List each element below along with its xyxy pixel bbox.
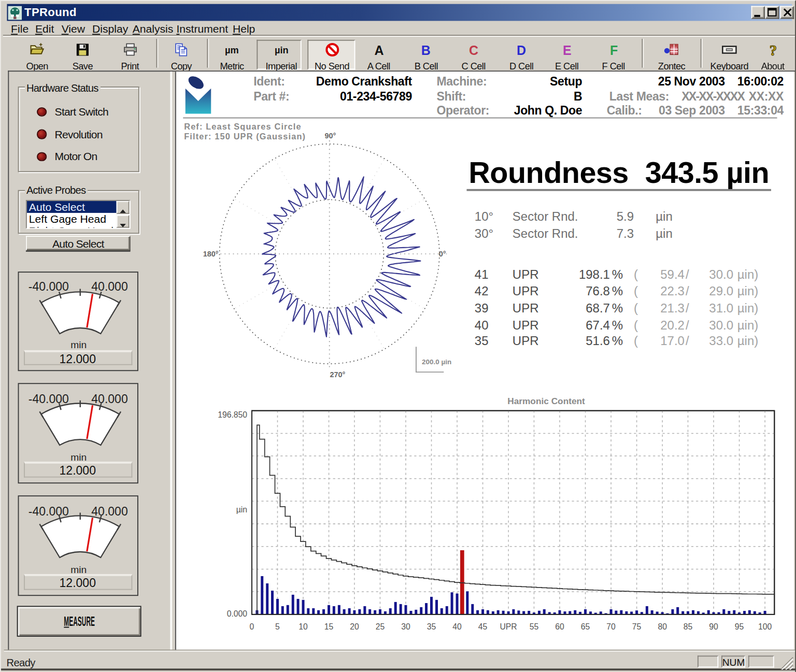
svg-text:85: 85	[684, 622, 693, 631]
svg-text:5: 5	[275, 622, 280, 631]
svg-text:196.850: 196.850	[218, 410, 247, 419]
svg-text:270°: 270°	[330, 370, 345, 379]
svg-text:?: ?	[769, 41, 776, 58]
svg-text:E: E	[562, 42, 571, 57]
svg-text:80: 80	[658, 622, 667, 631]
svg-text:180°: 180°	[203, 250, 219, 258]
svg-text:35: 35	[427, 622, 436, 631]
svg-text:75: 75	[632, 622, 642, 631]
svg-text:20: 20	[350, 622, 359, 631]
svg-text:µin: µin	[236, 505, 247, 514]
svg-text:µin: µin	[274, 44, 288, 55]
svg-text:40: 40	[452, 622, 462, 631]
svg-text:65: 65	[581, 622, 590, 631]
svg-text:D: D	[517, 42, 526, 57]
svg-text:A: A	[374, 42, 383, 57]
svg-text:0: 0	[250, 622, 254, 631]
svg-text:90: 90	[709, 622, 718, 631]
svg-text:µm: µm	[225, 44, 239, 55]
svg-text:200.0 µin: 200.0 µin	[422, 358, 451, 366]
svg-text:45: 45	[478, 622, 488, 631]
svg-text:0°: 0°	[439, 250, 446, 258]
svg-text:95: 95	[735, 622, 744, 631]
svg-text:70: 70	[606, 622, 616, 631]
svg-text:30: 30	[401, 622, 410, 631]
svg-text:25: 25	[376, 622, 385, 631]
svg-text:10: 10	[298, 622, 308, 631]
svg-text:C: C	[469, 42, 478, 57]
svg-text:90°: 90°	[325, 132, 336, 140]
svg-text:UPR: UPR	[500, 622, 517, 631]
svg-text:0.000: 0.000	[227, 609, 248, 618]
svg-text:Harmonic Content: Harmonic Content	[507, 396, 585, 406]
svg-text:60: 60	[555, 622, 564, 631]
svg-text:15: 15	[324, 622, 334, 631]
svg-text:100: 100	[758, 622, 772, 631]
svg-text:B: B	[421, 42, 431, 57]
svg-text:F: F	[609, 42, 617, 57]
svg-text:55: 55	[530, 622, 539, 631]
